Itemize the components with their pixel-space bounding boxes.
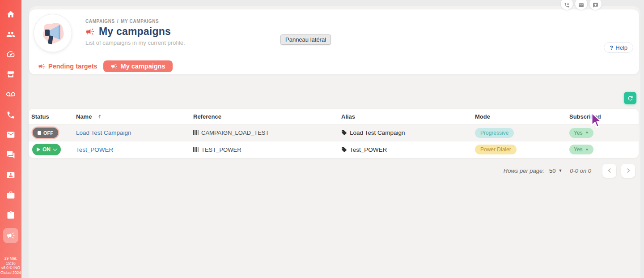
incoming-call-button[interactable] <box>561 0 573 10</box>
caret-down-icon: ▼ <box>558 168 562 173</box>
status-toggle-on[interactable]: ON <box>32 144 61 155</box>
tag-icon <box>341 147 347 153</box>
contact-card-icon <box>6 171 15 180</box>
sidebar: 29 Mar, 15:16 v6.0 © INO Global 2024 <box>0 0 21 278</box>
barcode-icon <box>193 147 199 152</box>
page-heading-block: CAMPAIGNS / MY CAMPAIGNS My campaigns Li… <box>85 19 185 46</box>
play-icon <box>37 147 40 152</box>
topbar-quick-actions <box>561 0 602 10</box>
rows-per-page-value: 50 <box>549 167 555 174</box>
caret-down-icon: ▼ <box>585 148 589 152</box>
status-label: ON <box>42 146 51 153</box>
tab-pending-targets[interactable]: Pending targets <box>38 63 97 70</box>
voicemail-icon <box>6 90 15 99</box>
clipboard-icon <box>6 211 15 220</box>
chat-button[interactable] <box>589 0 602 10</box>
megaphone-illustration-icon <box>37 17 68 49</box>
alias-value: Load Test Campaign <box>350 129 405 136</box>
sidebar-item-home[interactable] <box>6 10 15 19</box>
question-mark-icon: ? <box>610 44 613 51</box>
sidebar-item-store[interactable] <box>6 70 15 79</box>
help-button[interactable]: ? Help <box>604 42 633 53</box>
alias-value: Test_POWER <box>350 146 387 153</box>
column-header-alias[interactable]: Alias <box>341 113 475 120</box>
column-header-subscribed[interactable]: Subscribed <box>569 113 639 120</box>
page-header-card: CAMPAIGNS / MY CAMPAIGNS My campaigns Li… <box>29 9 640 75</box>
status-toggle-off[interactable]: OFF <box>33 128 58 138</box>
chat-icon <box>593 2 598 8</box>
subscribed-value: Yes <box>574 146 583 153</box>
subscribed-value: Yes <box>574 130 583 136</box>
chevron-left-icon <box>606 167 613 174</box>
mail-button[interactable] <box>575 0 587 10</box>
sidebar-footer: 29 Mar, 15:16 v6.0 © INO Global 2024 <box>0 256 21 275</box>
reference-value: TEST_POWER <box>201 146 242 153</box>
briefcase-icon <box>6 191 15 200</box>
campaign-name-link[interactable]: Test_POWER <box>76 146 113 153</box>
next-page-button[interactable] <box>621 164 635 178</box>
subscribed-dropdown[interactable]: Yes ▼ <box>569 145 593 154</box>
column-header-label: Name <box>76 113 92 120</box>
campaign-name-link[interactable]: Load Test Campaign <box>76 129 131 136</box>
pagination: Rows per page: 50 ▼ 0-0 on 0 <box>504 163 635 178</box>
breadcrumb-campaigns[interactable]: CAMPAIGNS <box>85 19 115 24</box>
rows-per-page-select[interactable]: 50 ▼ <box>549 167 562 174</box>
barcode-icon <box>193 130 199 135</box>
sidebar-item-contacts[interactable] <box>6 30 15 39</box>
column-header-status[interactable]: Status <box>29 113 76 120</box>
tab-bar: Pending targets My campaigns <box>29 58 639 74</box>
footer-version: v6.0 © INO <box>0 265 21 270</box>
tab-label: Pending targets <box>48 63 97 70</box>
column-header-mode[interactable]: Mode <box>475 113 569 120</box>
stop-icon <box>38 131 41 135</box>
page-subtitle: List of campaigns in my current profile. <box>85 39 185 46</box>
reference-value: CAMPAIGN_LOAD_TEST <box>201 129 269 136</box>
help-label: Help <box>615 44 627 51</box>
campaigns-table: Status Name Reference Alias Mode Subscri… <box>29 109 639 158</box>
breadcrumb: CAMPAIGNS / MY CAMPAIGNS <box>85 19 185 24</box>
column-header-name[interactable]: Name <box>76 113 193 120</box>
campaign-icon <box>6 231 15 240</box>
campaign-icon <box>110 63 118 70</box>
campaign-icon <box>38 63 45 70</box>
home-icon <box>6 10 15 19</box>
table-row: ON Test_POWER TEST_POWER Test_POWER Powe… <box>29 141 639 158</box>
sidebar-item-contact-card[interactable] <box>6 171 15 180</box>
sidebar-item-jobs[interactable] <box>6 191 15 200</box>
sidebar-item-voicemail[interactable] <box>6 90 15 99</box>
caret-down-icon: ▼ <box>585 131 589 135</box>
dashboard-icon <box>6 50 15 59</box>
chevron-right-icon <box>625 167 631 174</box>
chat-icon <box>6 150 15 159</box>
sort-asc-icon[interactable] <box>97 113 102 120</box>
mail-icon <box>578 2 584 8</box>
sidebar-item-mail[interactable] <box>6 130 15 139</box>
footer-time: 15:16 <box>0 261 21 266</box>
previous-page-button[interactable] <box>602 164 616 178</box>
sidebar-item-campaigns[interactable] <box>6 231 15 240</box>
main-panel: CAMPAIGNS / MY CAMPAIGNS My campaigns Li… <box>29 6 640 278</box>
tab-label: My campaigns <box>121 63 165 70</box>
incoming-call-icon <box>564 2 570 8</box>
column-header-reference[interactable]: Reference <box>193 113 341 120</box>
footer-date: 29 Mar, <box>0 256 21 261</box>
sidebar-item-chat[interactable] <box>6 150 15 159</box>
chevron-down-icon <box>53 147 57 151</box>
table-header-row: Status Name Reference Alias Mode Subscri… <box>29 109 639 124</box>
tag-icon <box>341 130 347 136</box>
breadcrumb-my-campaigns: MY CAMPAIGNS <box>121 19 159 24</box>
store-icon <box>6 70 15 79</box>
subscribed-dropdown[interactable]: Yes ▼ <box>569 128 593 138</box>
sidebar-item-calls[interactable] <box>6 111 15 120</box>
sidebar-item-tasks[interactable] <box>6 211 15 220</box>
sidebar-item-dashboard[interactable] <box>6 50 15 59</box>
mode-badge: Progressive <box>475 128 514 138</box>
tab-my-campaigns[interactable]: My campaigns <box>103 60 173 72</box>
campaign-icon <box>85 27 95 36</box>
pagination-range: 0-0 on 0 <box>570 167 591 174</box>
refresh-button[interactable] <box>624 92 636 104</box>
rows-per-page-label: Rows per page: <box>504 167 544 174</box>
avatar <box>34 14 72 52</box>
refresh-icon <box>627 95 634 102</box>
mode-badge: Power Dialer <box>475 145 517 154</box>
